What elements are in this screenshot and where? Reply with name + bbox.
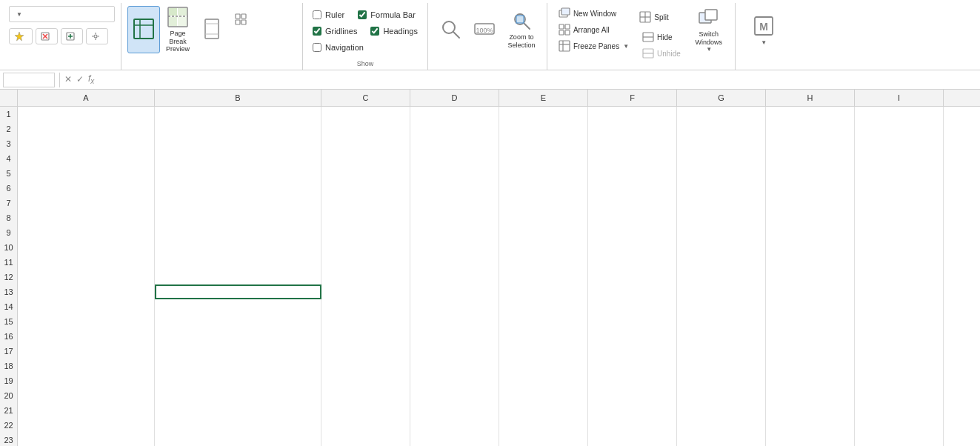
row-number-22[interactable]: 22 [0,418,18,433]
row-number-20[interactable]: 20 [0,388,18,403]
cell-D21[interactable] [410,403,499,418]
cell-E11[interactable] [499,255,588,270]
cell-B18[interactable] [155,359,321,373]
cell-G2[interactable] [677,122,766,136]
cell-H11[interactable] [766,255,855,270]
cell-G5[interactable] [677,166,766,181]
row-number-12[interactable]: 12 [0,270,18,284]
row-number-15[interactable]: 15 [0,314,18,329]
cell-G17[interactable] [677,344,766,359]
cell-E12[interactable] [499,270,588,284]
cell-D2[interactable] [410,122,499,136]
row-number-3[interactable]: 3 [0,136,18,151]
cell-E3[interactable] [499,136,588,151]
freeze-panes-button[interactable]: Freeze Panes ▼ [553,39,634,53]
cell-J9[interactable] [944,225,980,240]
cell-D20[interactable] [410,388,499,403]
cell-E2[interactable] [499,122,588,136]
cell-E1[interactable] [499,107,588,122]
cell-D7[interactable] [410,196,499,210]
cell-E21[interactable] [499,403,588,418]
cell-H10[interactable] [766,240,855,255]
cell-F9[interactable] [588,225,677,240]
cell-G9[interactable] [677,225,766,240]
cell-I18[interactable] [855,359,944,373]
cell-B6[interactable] [155,181,321,196]
cell-F22[interactable] [588,418,677,433]
cell-G23[interactable] [677,433,766,446]
cell-J14[interactable] [944,299,980,314]
cell-F2[interactable] [588,122,677,136]
cell-H5[interactable] [766,166,855,181]
row-number-19[interactable]: 19 [0,373,18,388]
cell-H1[interactable] [766,107,855,122]
cell-B13[interactable] [155,284,321,299]
cell-G15[interactable] [677,314,766,329]
cell-C13[interactable] [321,284,410,299]
cell-F5[interactable] [588,166,677,181]
cell-J7[interactable] [944,196,980,210]
cell-G16[interactable] [677,329,766,344]
cell-F12[interactable] [588,270,677,284]
cell-H2[interactable] [766,122,855,136]
headings-check[interactable]: Headings [367,24,421,39]
cell-J4[interactable] [944,151,980,166]
row-number-11[interactable]: 11 [0,255,18,270]
cell-J23[interactable] [944,433,980,446]
cell-F6[interactable] [588,181,677,196]
cell-J5[interactable] [944,166,980,181]
cell-H21[interactable] [766,403,855,418]
cell-F15[interactable] [588,314,677,329]
cell-B1[interactable] [155,107,321,122]
cell-I6[interactable] [855,181,944,196]
cell-J8[interactable] [944,210,980,225]
cell-F19[interactable] [588,373,677,388]
cell-F4[interactable] [588,151,677,166]
zoom-100-button[interactable]: 100% [470,6,499,53]
cell-C8[interactable] [321,210,410,225]
cell-H6[interactable] [766,181,855,196]
cell-F23[interactable] [588,433,677,446]
cell-H7[interactable] [766,196,855,210]
cell-G4[interactable] [677,151,766,166]
cell-J3[interactable] [944,136,980,151]
default-select[interactable]: ▼ [9,6,115,22]
cell-I1[interactable] [855,107,944,122]
cell-I17[interactable] [855,344,944,359]
headings-checkbox[interactable] [370,27,379,36]
cell-C6[interactable] [321,181,410,196]
custom-views-button[interactable] [230,12,296,27]
cell-C12[interactable] [321,270,410,284]
cell-E6[interactable] [499,181,588,196]
row-number-18[interactable]: 18 [0,359,18,373]
cell-D18[interactable] [410,359,499,373]
cell-B2[interactable] [155,122,321,136]
row-number-14[interactable]: 14 [0,299,18,314]
navigation-check[interactable]: Navigation [309,40,367,55]
cell-G19[interactable] [677,373,766,388]
cell-J22[interactable] [944,418,980,433]
cell-C4[interactable] [321,151,410,166]
cell-D14[interactable] [410,299,499,314]
row-number-10[interactable]: 10 [0,240,18,255]
cell-E23[interactable] [499,433,588,446]
cell-E5[interactable] [499,166,588,181]
cell-J21[interactable] [944,403,980,418]
zoom-to-selection-button[interactable]: Zoom toSelection [502,6,541,53]
cell-I2[interactable] [855,122,944,136]
cell-F1[interactable] [588,107,677,122]
cell-A15[interactable] [18,314,155,329]
cell-H18[interactable] [766,359,855,373]
cell-H3[interactable] [766,136,855,151]
cell-H14[interactable] [766,299,855,314]
cell-H17[interactable] [766,344,855,359]
cell-A17[interactable] [18,344,155,359]
switch-windows-button[interactable]: SwitchWindows ▼ [689,6,729,53]
row-number-21[interactable]: 21 [0,403,18,418]
cell-A6[interactable] [18,181,155,196]
cell-D13[interactable] [410,284,499,299]
cell-D4[interactable] [410,151,499,166]
cell-D3[interactable] [410,136,499,151]
cell-A2[interactable] [18,122,155,136]
cell-C1[interactable] [321,107,410,122]
